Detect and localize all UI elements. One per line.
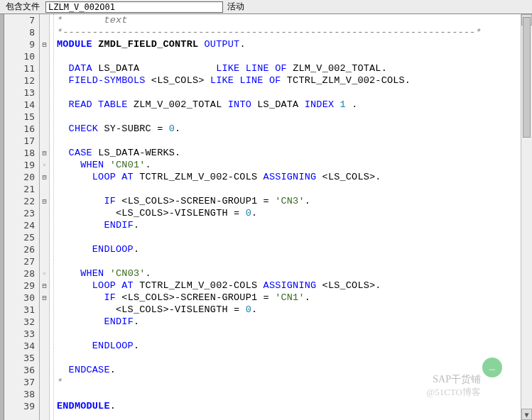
toolbar: 包含文件 活动 xyxy=(0,0,532,14)
code-line[interactable] xyxy=(54,255,521,267)
line-number: 37 xyxy=(4,376,39,388)
fold-spacer xyxy=(40,231,49,243)
line-number: 27 xyxy=(4,255,39,267)
fold-spacer xyxy=(40,316,49,328)
fold-spacer xyxy=(40,123,49,135)
fold-spacer xyxy=(40,243,49,255)
fold-spacer xyxy=(40,400,49,412)
code-line[interactable] xyxy=(54,183,521,195)
code-line[interactable]: FIELD-SYMBOLS <LS_COLS> LIKE LINE OF TCT… xyxy=(54,74,521,87)
code-line[interactable]: ENDMODULE. xyxy=(54,400,521,412)
line-number: 36 xyxy=(4,364,39,376)
fold-column: ⊟⊟◦⊟⊟◦⊟⊟ xyxy=(40,14,50,420)
fold-marker[interactable]: ⊟ xyxy=(40,171,49,183)
line-number: 26 xyxy=(4,243,39,255)
line-number: 38 xyxy=(4,388,39,400)
line-number: 34 xyxy=(4,340,39,352)
code-line[interactable]: LOOP AT TCTRL_ZLM_V_002-COLS ASSIGNING <… xyxy=(54,171,521,183)
line-number: 33 xyxy=(4,328,39,340)
line-number: 30 xyxy=(4,292,39,304)
fold-spacer xyxy=(40,135,49,147)
fold-spacer xyxy=(40,376,49,388)
line-number: 24 xyxy=(4,219,39,231)
fold-spacer xyxy=(40,183,49,195)
code-line[interactable]: <LS_COLS>-VISLENGTH = 0. xyxy=(54,207,521,219)
line-number: 10 xyxy=(4,50,39,62)
code-line[interactable]: MODULE ZMDL_FIELD_CONTRL OUTPUT. xyxy=(54,38,521,50)
status-label: 活动 xyxy=(223,1,249,13)
line-number: 25 xyxy=(4,231,39,243)
line-number: 29 xyxy=(4,280,39,292)
fold-spacer xyxy=(40,328,49,340)
line-number: 28 xyxy=(4,267,39,280)
code-line[interactable]: ENDLOOP. xyxy=(54,340,521,352)
line-number: 12 xyxy=(4,74,39,87)
code-line[interactable]: CASE LS_DATA-WERKS. xyxy=(54,147,521,159)
fold-spacer xyxy=(40,14,49,26)
fold-spacer xyxy=(40,207,49,219)
line-number: 39 xyxy=(4,400,39,412)
code-line[interactable]: DATA LS_DATA LIKE LINE OF ZLM_V_002_TOTA… xyxy=(54,62,521,74)
fold-spacer xyxy=(40,364,49,376)
line-number: 13 xyxy=(4,87,39,99)
code-line[interactable]: READ TABLE ZLM_V_002_TOTAL INTO LS_DATA … xyxy=(54,99,521,111)
line-number: 21 xyxy=(4,183,39,195)
code-line[interactable]: ENDIF. xyxy=(54,316,521,328)
code-line[interactable] xyxy=(54,352,521,364)
fold-marker[interactable]: ⊟ xyxy=(40,195,49,207)
line-number: 7 xyxy=(4,14,39,26)
wechat-icon xyxy=(482,358,502,377)
include-file-label: 包含文件 xyxy=(0,1,45,13)
fold-spacer xyxy=(40,255,49,267)
code-line[interactable]: LOOP AT TCTRL_ZLM_V_002-COLS ASSIGNING <… xyxy=(54,280,521,292)
line-number: 14 xyxy=(4,99,39,111)
code-line[interactable] xyxy=(54,87,521,99)
code-line[interactable]: IF <LS_COLS>-SCREEN-GROUP1 = 'CN1'. xyxy=(54,292,521,304)
line-number: 8 xyxy=(4,26,39,38)
include-file-input[interactable] xyxy=(45,1,223,13)
code-line[interactable] xyxy=(54,50,521,62)
line-number: 17 xyxy=(4,135,39,147)
fold-spacer xyxy=(40,340,49,352)
fold-spacer xyxy=(40,388,49,400)
line-number: 22 xyxy=(4,195,39,207)
fold-marker[interactable]: ⊟ xyxy=(40,280,49,292)
fold-spacer xyxy=(40,74,49,87)
code-line[interactable] xyxy=(54,135,521,147)
fold-spacer xyxy=(40,111,49,123)
fold-marker[interactable]: ◦ xyxy=(40,267,49,280)
line-number: 31 xyxy=(4,304,39,316)
abap-editor: 7891011121314151617181920212223242526272… xyxy=(0,14,532,420)
fold-spacer xyxy=(40,352,49,364)
line-number: 11 xyxy=(4,62,39,74)
scroll-thumb[interactable] xyxy=(523,17,531,138)
code-line[interactable] xyxy=(54,111,521,123)
fold-marker[interactable]: ⊟ xyxy=(40,292,49,304)
code-line[interactable]: <LS_COLS>-VISLENGTH = 0. xyxy=(54,304,521,316)
scroll-down-arrow[interactable]: ▼ xyxy=(521,409,532,420)
watermark-text-2: @51CTO博客 xyxy=(426,386,481,399)
code-line[interactable]: ENDLOOP. xyxy=(54,243,521,255)
code-line[interactable] xyxy=(54,231,521,243)
fold-spacer xyxy=(40,50,49,62)
fold-spacer xyxy=(40,26,49,38)
line-number: 20 xyxy=(4,171,39,183)
code-line[interactable]: WHEN 'CN03'. xyxy=(54,267,521,280)
line-number: 16 xyxy=(4,123,39,135)
line-number: 23 xyxy=(4,207,39,219)
line-number: 15 xyxy=(4,111,39,123)
line-number: 35 xyxy=(4,352,39,364)
code-line[interactable]: ENDIF. xyxy=(54,219,521,231)
code-line[interactable]: WHEN 'CN01'. xyxy=(54,159,521,171)
code-line[interactable]: IF <LS_COLS>-SCREEN-GROUP1 = 'CN3'. xyxy=(54,195,521,207)
code-line[interactable]: CHECK SY-SUBRC = 0. xyxy=(54,123,521,135)
vertical-scrollbar[interactable]: ▲ ▼ xyxy=(521,14,532,420)
code-area[interactable]: SAP干货铺 @51CTO博客 * text*-----------------… xyxy=(54,14,521,420)
fold-spacer xyxy=(40,62,49,74)
fold-marker[interactable]: ⊟ xyxy=(40,38,49,50)
code-line[interactable]: * text xyxy=(54,14,521,26)
fold-marker[interactable]: ⊟ xyxy=(40,147,49,159)
code-line[interactable] xyxy=(54,328,521,340)
fold-marker[interactable]: ◦ xyxy=(40,159,49,171)
code-line[interactable]: *---------------------------------------… xyxy=(54,26,521,38)
